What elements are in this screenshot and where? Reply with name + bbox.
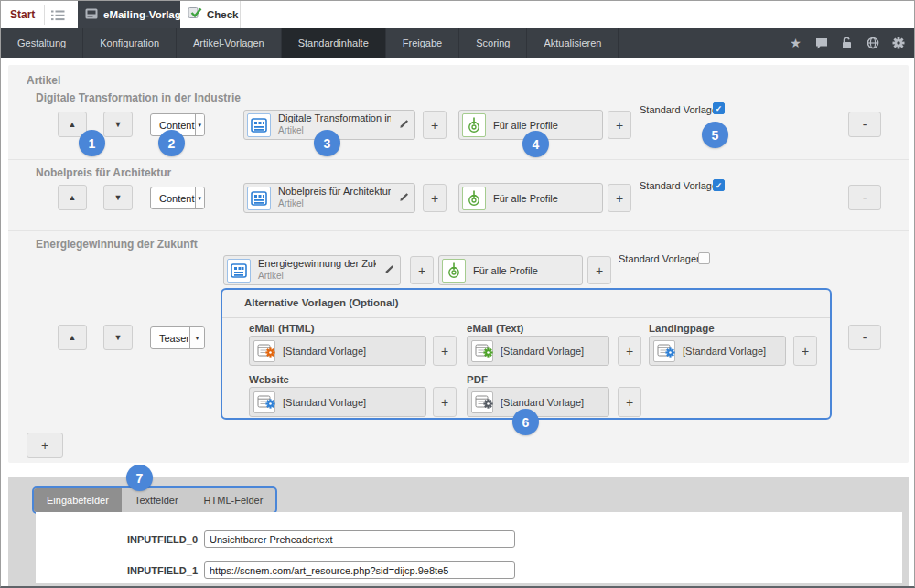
template-tab-icon	[85, 6, 98, 23]
add-slot-button[interactable]: +	[618, 387, 641, 417]
down-arrow-icon: ▼	[114, 120, 123, 129]
row-divider	[8, 230, 909, 231]
edit-pencil-icon[interactable]	[398, 117, 409, 134]
move-down-button[interactable]: ▼	[103, 185, 133, 210]
inputfield-0-label: INPUTFIELD_0	[92, 534, 198, 545]
content-type-select[interactable]: Teaser ▼	[150, 326, 205, 349]
template-name: Energiegewinnung der Zukunft	[258, 258, 376, 271]
standard-vorlagen-checkbox[interactable]: ✓	[713, 102, 725, 114]
toolbar-freigabe[interactable]: Freigabe	[386, 28, 459, 58]
evalanche-window: Start eMailing-Vorlage	[0, 0, 915, 588]
lock-open-icon[interactable]	[840, 37, 854, 50]
template-grid-icon	[227, 259, 251, 283]
annotation-6: 6	[512, 409, 539, 435]
add-template-button[interactable]: +	[423, 111, 447, 139]
check-mark: ✓	[716, 181, 723, 190]
profile-target-icon	[462, 113, 486, 137]
add-slot-button[interactable]: +	[433, 387, 457, 417]
toolbar-icon-group: ★	[789, 28, 905, 58]
plus-icon: +	[41, 438, 48, 453]
down-arrow-icon: ▼	[114, 193, 123, 202]
slot-chooser-email-html[interactable]: [Standard Vorlage]	[249, 336, 426, 366]
slot-value: [Standard Vorlage]	[283, 346, 366, 357]
add-profile-button[interactable]: +	[608, 111, 631, 139]
article-row-title: Nobelpreis für Architektur	[36, 166, 171, 179]
tab-html-felder[interactable]: HTML-Felder	[191, 488, 276, 512]
template-grid-icon	[247, 187, 271, 210]
tab-eingabefelder[interactable]: Eingabefelder	[34, 488, 122, 512]
standard-vorlagen-checkbox[interactable]: ✓	[713, 179, 725, 191]
slot-chooser-landingpage[interactable]: [Standard Vorlage]	[649, 336, 786, 366]
up-arrow-icon: ▲	[69, 333, 77, 342]
minus-icon: -	[863, 190, 867, 205]
move-down-button[interactable]: ▼	[103, 112, 133, 137]
add-slot-button[interactable]: +	[618, 336, 641, 366]
move-down-button[interactable]: ▼	[103, 325, 133, 350]
down-arrow-icon: ▼	[114, 333, 123, 342]
input-fields-panel: INPUTFIELD_0 INPUTFIELD_1	[36, 512, 902, 583]
add-template-button[interactable]: +	[423, 184, 447, 212]
add-slot-button[interactable]: +	[793, 336, 817, 366]
inputfield-0-input[interactable]	[204, 530, 515, 548]
remove-row-button[interactable]: -	[848, 185, 881, 210]
toolbar-gestaltung[interactable]: Gestaltung	[1, 28, 83, 58]
list-icon[interactable]	[51, 8, 68, 21]
gear-icon[interactable]	[891, 37, 905, 50]
star-icon[interactable]: ★	[789, 37, 802, 50]
plus-icon: +	[431, 191, 438, 206]
template-chooser[interactable]: Energiegewinnung der Zukunft Artikel	[223, 255, 401, 285]
plus-icon: +	[616, 191, 623, 206]
annotation-1: 1	[79, 130, 105, 156]
tab-label: Check	[207, 9, 239, 20]
standard-vorlagen-checkbox[interactable]	[698, 252, 710, 264]
inputfield-1-input[interactable]	[204, 561, 515, 579]
up-arrow-icon: ▲	[69, 193, 77, 202]
move-up-button[interactable]: ▲	[58, 185, 87, 210]
slot-chooser-pdf[interactable]: [Standard Vorlage]	[467, 387, 609, 417]
slot-label-email-html: eMail (HTML)	[249, 323, 315, 334]
add-slot-button[interactable]: +	[433, 336, 457, 366]
artikel-panel: Artikel Digitale Transformation in der I…	[8, 65, 909, 463]
tab-textfelder[interactable]: Textfelder	[122, 488, 191, 512]
template-gear-icon	[471, 340, 493, 362]
globe-icon[interactable]	[866, 37, 879, 50]
template-info: Nobelpreis für Architektur Artikel	[278, 186, 391, 209]
profile-target-icon	[442, 259, 466, 283]
remove-row-button[interactable]: -	[848, 325, 881, 350]
comment-icon[interactable]	[814, 37, 828, 50]
toolbar-konfiguration[interactable]: Konfiguration	[83, 28, 177, 58]
toolbar-standardinhalte[interactable]: Standardinhalte	[282, 28, 386, 58]
main-toolbar: Gestaltung Konfiguration Artikel-Vorlage…	[1, 28, 914, 58]
template-gear-icon	[253, 391, 275, 413]
tab-start[interactable]: Start	[10, 1, 35, 28]
tab-emailing-vorlage[interactable]: eMailing-Vorlage	[78, 1, 180, 28]
annotation-2: 2	[158, 130, 185, 156]
add-profile-button[interactable]: +	[608, 184, 631, 212]
check-mark: ✓	[716, 104, 723, 113]
add-article-button[interactable]: +	[27, 433, 63, 458]
profile-chooser[interactable]: Für alle Profile	[438, 255, 583, 285]
annotation-4: 4	[522, 131, 549, 157]
slot-chooser-email-text[interactable]: [Standard Vorlage]	[467, 336, 609, 366]
edit-pencil-icon[interactable]	[383, 262, 394, 279]
check-icon	[188, 6, 202, 23]
add-template-button[interactable]: +	[410, 256, 434, 284]
move-up-button[interactable]: ▲	[58, 325, 87, 350]
tab-check[interactable]: Check	[180, 1, 241, 28]
template-chooser[interactable]: Nobelpreis für Architektur Artikel	[243, 183, 415, 213]
profile-chooser[interactable]: Für alle Profile	[458, 183, 603, 213]
add-profile-button[interactable]: +	[587, 256, 611, 284]
toolbar-scoring[interactable]: Scoring	[459, 28, 527, 58]
divider	[44, 5, 45, 25]
template-type: Artikel	[258, 271, 376, 283]
toolbar-aktualisieren[interactable]: Aktualisieren	[527, 28, 619, 58]
slot-chooser-website[interactable]: [Standard Vorlage]	[249, 387, 426, 417]
slot-value: [Standard Vorlage]	[501, 397, 584, 408]
content-type-select[interactable]: Content ▼	[150, 187, 205, 209]
toolbar-artikel-vorlagen[interactable]: Artikel-Vorlagen	[177, 28, 282, 58]
edit-pencil-icon[interactable]	[398, 190, 409, 207]
remove-row-button[interactable]: -	[848, 112, 881, 137]
slot-label-landingpage: Landingpage	[649, 323, 715, 334]
template-grid-icon	[247, 113, 271, 137]
article-row-title: Energiegewinnung der Zukunft	[36, 238, 198, 251]
